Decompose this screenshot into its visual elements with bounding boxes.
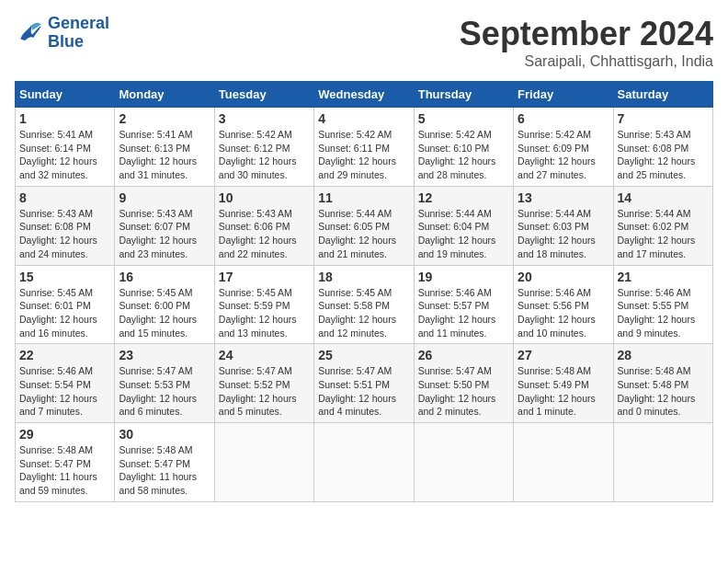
calendar-cell (514, 423, 613, 502)
calendar-cell (214, 423, 313, 502)
calendar-cell (314, 423, 414, 502)
calendar-week-5: 29Sunrise: 5:48 AM Sunset: 5:47 PM Dayli… (16, 423, 713, 502)
day-info: Sunrise: 5:42 AM Sunset: 6:11 PM Dayligh… (318, 128, 409, 182)
day-number: 24 (219, 348, 310, 362)
day-number: 3 (219, 111, 310, 126)
day-number: 9 (119, 190, 210, 205)
col-header-friday: Friday (514, 82, 613, 108)
day-number: 14 (618, 190, 709, 205)
calendar-cell: 4Sunrise: 5:42 AM Sunset: 6:11 PM Daylig… (314, 108, 414, 187)
day-info: Sunrise: 5:45 AM Sunset: 6:00 PM Dayligh… (119, 286, 210, 340)
day-number: 23 (119, 348, 210, 362)
day-number: 19 (418, 270, 509, 284)
calendar-cell (613, 423, 712, 502)
day-number: 25 (318, 348, 409, 362)
day-number: 17 (219, 270, 310, 284)
day-info: Sunrise: 5:43 AM Sunset: 6:08 PM Dayligh… (618, 128, 709, 182)
day-info: Sunrise: 5:41 AM Sunset: 6:13 PM Dayligh… (119, 128, 210, 182)
day-info: Sunrise: 5:44 AM Sunset: 6:05 PM Dayligh… (318, 207, 409, 261)
day-info: Sunrise: 5:47 AM Sunset: 5:52 PM Dayligh… (219, 364, 310, 419)
day-number: 5 (418, 111, 509, 126)
calendar-cell: 24Sunrise: 5:47 AM Sunset: 5:52 PM Dayli… (214, 344, 313, 423)
day-number: 10 (219, 190, 310, 205)
calendar-cell: 9Sunrise: 5:43 AM Sunset: 6:07 PM Daylig… (115, 186, 214, 265)
location-subtitle: Saraipali, Chhattisgarh, India (460, 53, 713, 70)
calendar-cell: 15Sunrise: 5:45 AM Sunset: 6:01 PM Dayli… (16, 265, 115, 344)
calendar-cell: 29Sunrise: 5:48 AM Sunset: 5:47 PM Dayli… (16, 423, 115, 502)
day-info: Sunrise: 5:42 AM Sunset: 6:10 PM Dayligh… (418, 128, 509, 182)
day-info: Sunrise: 5:46 AM Sunset: 5:54 PM Dayligh… (19, 364, 110, 419)
calendar-cell: 10Sunrise: 5:43 AM Sunset: 6:06 PM Dayli… (214, 186, 313, 265)
calendar-cell: 27Sunrise: 5:48 AM Sunset: 5:49 PM Dayli… (514, 344, 613, 423)
day-info: Sunrise: 5:46 AM Sunset: 5:57 PM Dayligh… (418, 286, 509, 340)
day-info: Sunrise: 5:45 AM Sunset: 5:58 PM Dayligh… (318, 286, 409, 340)
calendar-cell: 2Sunrise: 5:41 AM Sunset: 6:13 PM Daylig… (115, 108, 214, 187)
day-number: 6 (518, 111, 609, 126)
calendar-cell: 17Sunrise: 5:45 AM Sunset: 5:59 PM Dayli… (214, 265, 313, 344)
day-info: Sunrise: 5:43 AM Sunset: 6:08 PM Dayligh… (19, 207, 110, 261)
day-info: Sunrise: 5:42 AM Sunset: 6:12 PM Dayligh… (219, 128, 310, 182)
day-number: 29 (19, 427, 110, 442)
day-number: 12 (418, 190, 509, 205)
day-info: Sunrise: 5:46 AM Sunset: 5:56 PM Dayligh… (518, 286, 609, 340)
calendar-cell: 3Sunrise: 5:42 AM Sunset: 6:12 PM Daylig… (214, 108, 313, 187)
day-number: 13 (518, 190, 609, 205)
calendar-cell: 20Sunrise: 5:46 AM Sunset: 5:56 PM Dayli… (514, 265, 613, 344)
calendar-table: SundayMondayTuesdayWednesdayThursdayFrid… (15, 81, 713, 502)
col-header-sunday: Sunday (16, 82, 115, 108)
calendar-cell: 7Sunrise: 5:43 AM Sunset: 6:08 PM Daylig… (613, 108, 712, 187)
day-number: 27 (518, 348, 609, 362)
day-number: 11 (318, 190, 409, 205)
calendar-cell: 18Sunrise: 5:45 AM Sunset: 5:58 PM Dayli… (314, 265, 414, 344)
calendar-week-1: 1Sunrise: 5:41 AM Sunset: 6:14 PM Daylig… (16, 108, 713, 187)
day-info: Sunrise: 5:47 AM Sunset: 5:53 PM Dayligh… (119, 364, 210, 419)
calendar-cell: 30Sunrise: 5:48 AM Sunset: 5:47 PM Dayli… (115, 423, 214, 502)
day-info: Sunrise: 5:48 AM Sunset: 5:47 PM Dayligh… (119, 443, 210, 498)
calendar-week-4: 22Sunrise: 5:46 AM Sunset: 5:54 PM Dayli… (16, 344, 713, 423)
day-number: 7 (618, 111, 709, 126)
day-number: 2 (119, 111, 210, 126)
calendar-cell: 8Sunrise: 5:43 AM Sunset: 6:08 PM Daylig… (16, 186, 115, 265)
col-header-wednesday: Wednesday (314, 82, 414, 108)
calendar-cell: 28Sunrise: 5:48 AM Sunset: 5:48 PM Dayli… (613, 344, 712, 423)
day-number: 20 (518, 270, 609, 284)
day-number: 22 (19, 348, 110, 362)
calendar-cell: 25Sunrise: 5:47 AM Sunset: 5:51 PM Dayli… (314, 344, 414, 423)
calendar-cell: 13Sunrise: 5:44 AM Sunset: 6:03 PM Dayli… (514, 186, 613, 265)
col-header-saturday: Saturday (613, 82, 712, 108)
day-number: 21 (618, 270, 709, 284)
day-number: 15 (19, 270, 110, 284)
day-info: Sunrise: 5:41 AM Sunset: 6:14 PM Dayligh… (19, 128, 110, 182)
calendar-cell: 19Sunrise: 5:46 AM Sunset: 5:57 PM Dayli… (414, 265, 513, 344)
day-info: Sunrise: 5:45 AM Sunset: 6:01 PM Dayligh… (19, 286, 110, 340)
day-number: 30 (119, 427, 210, 442)
month-title: September 2024 (460, 15, 713, 53)
page-header: General Blue September 2024 Saraipali, C… (15, 15, 713, 70)
calendar-cell: 11Sunrise: 5:44 AM Sunset: 6:05 PM Dayli… (314, 186, 414, 265)
day-info: Sunrise: 5:47 AM Sunset: 5:50 PM Dayligh… (418, 364, 509, 419)
calendar-cell: 12Sunrise: 5:44 AM Sunset: 6:04 PM Dayli… (414, 186, 513, 265)
calendar-cell: 16Sunrise: 5:45 AM Sunset: 6:00 PM Dayli… (115, 265, 214, 344)
col-header-thursday: Thursday (414, 82, 513, 108)
day-number: 18 (318, 270, 409, 284)
calendar-cell: 5Sunrise: 5:42 AM Sunset: 6:10 PM Daylig… (414, 108, 513, 187)
day-info: Sunrise: 5:46 AM Sunset: 5:55 PM Dayligh… (618, 286, 709, 340)
day-number: 28 (618, 348, 709, 362)
day-info: Sunrise: 5:48 AM Sunset: 5:49 PM Dayligh… (518, 364, 609, 419)
day-info: Sunrise: 5:47 AM Sunset: 5:51 PM Dayligh… (318, 364, 409, 419)
day-number: 1 (19, 111, 110, 126)
logo-icon (15, 18, 44, 48)
day-number: 4 (318, 111, 409, 126)
calendar-cell: 23Sunrise: 5:47 AM Sunset: 5:53 PM Dayli… (115, 344, 214, 423)
col-header-tuesday: Tuesday (214, 82, 313, 108)
calendar-cell: 26Sunrise: 5:47 AM Sunset: 5:50 PM Dayli… (414, 344, 513, 423)
day-info: Sunrise: 5:43 AM Sunset: 6:07 PM Dayligh… (119, 207, 210, 261)
day-info: Sunrise: 5:42 AM Sunset: 6:09 PM Dayligh… (518, 128, 609, 182)
calendar-cell: 6Sunrise: 5:42 AM Sunset: 6:09 PM Daylig… (514, 108, 613, 187)
calendar-cell: 21Sunrise: 5:46 AM Sunset: 5:55 PM Dayli… (613, 265, 712, 344)
day-info: Sunrise: 5:45 AM Sunset: 5:59 PM Dayligh… (219, 286, 310, 340)
day-info: Sunrise: 5:44 AM Sunset: 6:02 PM Dayligh… (618, 207, 709, 261)
day-number: 16 (119, 270, 210, 284)
title-block: September 2024 Saraipali, Chhattisgarh, … (460, 15, 713, 70)
calendar-week-2: 8Sunrise: 5:43 AM Sunset: 6:08 PM Daylig… (16, 186, 713, 265)
